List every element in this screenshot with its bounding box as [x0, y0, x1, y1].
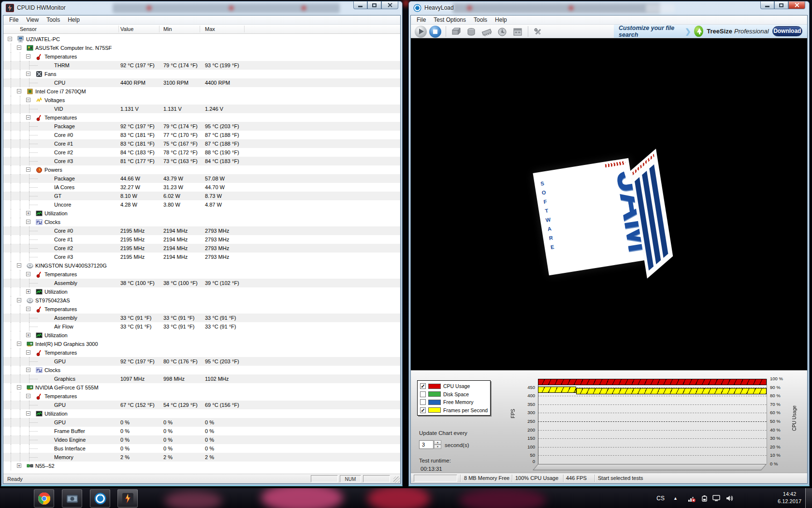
collapse-toggle-icon[interactable]: −: [26, 368, 30, 372]
heavyload-minimize-button[interactable]: [760, 1, 774, 9]
stress-memory-button[interactable]: [480, 26, 493, 37]
settings-wrench-button[interactable]: [532, 26, 544, 37]
hwmonitor-menu-tools[interactable]: Tools: [43, 15, 64, 24]
column-divider[interactable]: [118, 26, 119, 32]
sensor-row-air-flow[interactable]: Air Flow33 °C (91 °F)33 °C (91 °F)33 °C …: [3, 322, 400, 331]
sensor-row-temperatures[interactable]: −Temperatures: [3, 348, 400, 357]
sensor-row-gpu[interactable]: GPU67 °C (152 °F)54 °C (129 °F)69 °C (15…: [3, 401, 400, 409]
tray-volume-icon[interactable]: [725, 488, 734, 508]
sensor-row-bus-interface[interactable]: Bus Interface0 %0 %0 %: [3, 444, 400, 453]
collapse-toggle-icon[interactable]: −: [26, 272, 30, 276]
column-header-sensor[interactable]: Sensor: [20, 26, 37, 32]
sensor-row-kingston-suv400s37120g[interactable]: −KINGSTON SUV400S37120G: [3, 261, 400, 270]
sensor-row-clocks[interactable]: −Clocks: [3, 366, 400, 374]
expand-toggle-icon[interactable]: +: [26, 211, 30, 215]
taskbar-app-chrome[interactable]: [34, 489, 54, 508]
sensor-row-graphics[interactable]: Graphics1097 MHz998 MHz1102 MHz: [3, 374, 400, 383]
sensor-row-core-3[interactable]: Core #32195 MHz2194 MHz2793 MHz: [3, 253, 400, 261]
column-header-max[interactable]: Max: [205, 26, 215, 32]
collapse-toggle-icon[interactable]: −: [26, 411, 30, 416]
sensor-row-powers[interactable]: −Powers: [3, 165, 400, 174]
sensor-row-utilization[interactable]: +Utilization: [3, 209, 400, 218]
heavyload-menu-file[interactable]: File: [413, 15, 430, 24]
sensor-row-gpu[interactable]: GPU92 °C (197 °F)80 °C (176 °F)95 °C (20…: [3, 357, 400, 366]
sensor-row-st9750423as[interactable]: −ST9750423AS: [3, 296, 400, 305]
hwmonitor-minimize-button[interactable]: [353, 1, 367, 9]
sensor-row-memory[interactable]: Memory2 %2 %2 %: [3, 453, 400, 462]
sensor-row-ia-cores[interactable]: IA Cores32.27 W31.23 W44.70 W: [3, 183, 400, 192]
expand-toggle-icon[interactable]: +: [26, 289, 30, 294]
sensor-row-uncore[interactable]: Uncore4.28 W3.80 W4.87 W: [3, 200, 400, 209]
collapse-toggle-icon[interactable]: −: [26, 54, 30, 59]
collapse-toggle-icon[interactable]: −: [8, 37, 12, 41]
sensor-row-thrm[interactable]: THRM92 °C (197 °F)79 °C (174 °F)93 °C (1…: [3, 61, 400, 70]
sensor-row-gt[interactable]: GT8.10 W6.02 W8.73 W: [3, 192, 400, 200]
sensor-row-intel-r-hd-graphics-3000[interactable]: −Intel(R) HD Graphics 3000: [3, 340, 400, 348]
taskbar-app-file-manager[interactable]: [62, 489, 82, 508]
sensor-row-utilization[interactable]: −Utilization: [3, 409, 400, 418]
heavyload-close-button[interactable]: [788, 1, 805, 9]
column-header-value[interactable]: Value: [120, 26, 133, 32]
treesize-ad-banner[interactable]: Customize your file search ❯ TreeSize Pr…: [614, 25, 807, 38]
sensor-row-temperatures[interactable]: −Temperatures: [3, 305, 400, 314]
hwmonitor-menu-file[interactable]: File: [5, 15, 22, 24]
sensor-row-core-0[interactable]: Core #02195 MHz2194 MHz2793 MHz: [3, 226, 400, 235]
heavyload-menu-help[interactable]: Help: [491, 15, 511, 24]
stress-cpu-button[interactable]: [450, 26, 462, 37]
hwmonitor-menu-help[interactable]: Help: [64, 15, 84, 24]
collapse-toggle-icon[interactable]: −: [17, 263, 21, 268]
sensor-row-voltages[interactable]: −Voltages: [3, 96, 400, 105]
collapse-toggle-icon[interactable]: −: [26, 394, 30, 398]
hwmonitor-menu-view[interactable]: View: [22, 15, 43, 24]
sensor-row-core-1[interactable]: Core #183 °C (181 °F)75 °C (167 °F)87 °C…: [3, 139, 400, 148]
sensor-row-core-2[interactable]: Core #22195 MHz2194 MHz2793 MHz: [3, 244, 400, 253]
collapse-toggle-icon[interactable]: −: [17, 298, 21, 302]
sensor-row-vid[interactable]: VID1.131 V1.131 V1.246 V: [3, 105, 400, 113]
sensor-row-package[interactable]: Package92 °C (197 °F)79 °C (174 °F)95 °C…: [3, 122, 400, 131]
sensor-row-assembly[interactable]: Assembly38 °C (100 °F)38 °C (100 °F)39 °…: [3, 279, 400, 287]
sensor-row-frame-buffer[interactable]: Frame Buffer0 %0 %0 %: [3, 427, 400, 435]
start-test-button[interactable]: [415, 26, 427, 38]
taskbar-app-hwmonitor[interactable]: [117, 489, 138, 508]
collapse-toggle-icon[interactable]: −: [17, 89, 21, 93]
collapse-toggle-icon[interactable]: −: [26, 115, 30, 120]
expand-toggle-icon[interactable]: +: [17, 463, 21, 468]
collapse-toggle-icon[interactable]: −: [26, 220, 30, 224]
sensor-row-fans[interactable]: −Fans: [3, 70, 400, 78]
heavyload-menu-tools[interactable]: Tools: [470, 15, 491, 24]
sensor-row-cpu[interactable]: CPU4400 RPM3100 RPM4400 RPM: [3, 78, 400, 87]
heavyload-menu-test-options[interactable]: Test Options: [430, 15, 470, 24]
hwmonitor-maximize-button[interactable]: [367, 1, 381, 9]
stress-disk-button[interactable]: [465, 26, 478, 37]
sensor-row-utilization[interactable]: +Utilization: [3, 287, 400, 296]
column-header-min[interactable]: Min: [163, 26, 172, 32]
collapse-toggle-icon[interactable]: −: [26, 98, 30, 102]
column-divider[interactable]: [244, 26, 245, 32]
collapse-toggle-icon[interactable]: −: [26, 72, 30, 76]
sensor-row-core-3[interactable]: Core #381 °C (177 °F)73 °C (163 °F)84 °C…: [3, 157, 400, 165]
sensor-row-clocks[interactable]: −Clocks: [3, 218, 400, 226]
sensor-row-core-0[interactable]: Core #083 °C (181 °F)77 °C (170 °F)87 °C…: [3, 131, 400, 139]
sensor-row-intel-core-i7-2670qm[interactable]: −Intel Core i7 2670QM: [3, 87, 400, 96]
tray-display-icon[interactable]: [712, 488, 721, 508]
collapse-toggle-icon[interactable]: −: [26, 307, 30, 311]
test-window-button[interactable]: [511, 26, 524, 37]
collapse-toggle-icon[interactable]: −: [26, 350, 30, 355]
stop-test-button[interactable]: [429, 26, 441, 38]
sensor-row-temperatures[interactable]: −Temperatures: [3, 392, 400, 401]
collapse-toggle-icon[interactable]: −: [26, 167, 30, 172]
taskbar-app-heavyload[interactable]: [90, 489, 110, 508]
sensor-row-core-2[interactable]: Core #284 °C (183 °F)78 °C (172 °F)88 °C…: [3, 148, 400, 157]
hwmonitor-sensor-tree[interactable]: −UZIVATEL-PC−ASUSTeK Computer Inc. N75SF…: [3, 34, 400, 474]
heavyload-maximize-button[interactable]: [774, 1, 788, 9]
download-button[interactable]: Download: [772, 26, 802, 36]
sensor-row-uzivatel-pc[interactable]: −UZIVATEL-PC: [3, 35, 400, 44]
heavyload-titlebar[interactable]: HeavyLoad: [409, 1, 809, 15]
sensor-row-asustek-computer-inc-n75sf[interactable]: −ASUSTeK Computer Inc. N75SF: [3, 44, 400, 52]
taskbar-clock[interactable]: 14:42 6.12.2017: [778, 491, 801, 505]
hwmonitor-close-button[interactable]: [381, 1, 398, 9]
hwmonitor-titlebar[interactable]: CPUID HWMonitor: [1, 1, 402, 15]
show-desktop-button[interactable]: [805, 488, 812, 508]
column-divider[interactable]: [159, 26, 160, 32]
sensor-row-video-engine[interactable]: Video Engine0 %0 %0 %: [3, 435, 400, 444]
